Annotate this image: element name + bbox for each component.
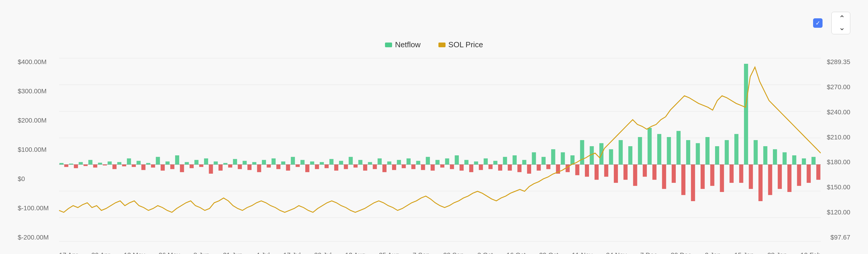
svg-rect-64 <box>330 159 334 164</box>
chevron-icon: ⌃⌄ <box>839 14 845 32</box>
svg-rect-105 <box>527 164 531 174</box>
svg-rect-8 <box>59 163 63 164</box>
svg-rect-36 <box>194 160 198 165</box>
svg-rect-62 <box>320 162 324 164</box>
svg-rect-90 <box>455 155 459 164</box>
legend-item-sol-price: SOL Price <box>438 40 483 49</box>
svg-rect-74 <box>378 158 382 164</box>
svg-rect-79 <box>402 164 406 168</box>
svg-rect-48 <box>252 162 256 164</box>
netflow-checkbox[interactable]: ✓ <box>813 18 826 28</box>
svg-rect-93 <box>469 164 473 172</box>
svg-rect-14 <box>88 160 92 165</box>
svg-rect-139 <box>691 164 695 201</box>
svg-rect-163 <box>807 164 811 183</box>
svg-rect-143 <box>710 164 714 186</box>
svg-rect-59 <box>305 164 309 172</box>
svg-rect-136 <box>676 131 681 164</box>
chart-area: $400.00M $300.00M $200.00M $100.00M $0 $… <box>18 55 850 244</box>
svg-rect-155 <box>768 164 772 195</box>
svg-rect-124 <box>619 140 623 164</box>
y-right-289: $289.35 <box>827 58 850 66</box>
y-right-150: $150.00 <box>827 183 850 191</box>
svg-rect-9 <box>64 164 68 167</box>
svg-rect-130 <box>647 128 652 164</box>
legend: Netflow SOL Price <box>18 40 850 49</box>
svg-rect-104 <box>522 160 526 165</box>
x-label-19: 20 Dec <box>671 251 691 254</box>
svg-rect-80 <box>407 158 411 164</box>
time-selector[interactable]: ⌃⌄ <box>831 12 850 34</box>
x-label-6: 4 Jul <box>256 251 270 254</box>
svg-rect-109 <box>546 164 550 169</box>
svg-rect-116 <box>580 140 584 164</box>
x-label-10: 25 Aug <box>379 251 399 254</box>
svg-rect-164 <box>812 157 816 164</box>
svg-rect-30 <box>165 162 169 164</box>
svg-rect-158 <box>783 152 787 164</box>
svg-rect-66 <box>339 161 343 164</box>
svg-rect-119 <box>595 164 599 180</box>
y-right-270: $270.00 <box>827 83 850 91</box>
legend-color-netflow <box>385 42 392 47</box>
svg-rect-102 <box>513 155 517 164</box>
svg-rect-82 <box>416 161 421 164</box>
svg-rect-91 <box>460 164 464 171</box>
svg-rect-56 <box>291 157 295 164</box>
svg-rect-162 <box>802 158 806 164</box>
svg-rect-129 <box>643 164 647 177</box>
svg-rect-92 <box>464 160 469 165</box>
y-label-400: $400.00M <box>18 58 49 66</box>
svg-rect-17 <box>103 164 107 165</box>
y-label-0: $0 <box>18 175 49 183</box>
controls: ✓ ⌃⌄ <box>813 12 850 34</box>
y-right-97: $97.67 <box>827 234 850 241</box>
svg-rect-133 <box>662 164 666 189</box>
svg-rect-23 <box>132 164 136 167</box>
y-right-180: $180.00 <box>827 158 850 166</box>
x-label-13: 3 Oct <box>477 251 493 254</box>
svg-rect-18 <box>108 162 112 164</box>
svg-rect-52 <box>272 158 276 164</box>
svg-rect-69 <box>353 164 358 167</box>
x-label-18: 7 Dec <box>640 251 657 254</box>
svg-rect-121 <box>604 164 608 177</box>
y-right-240: $240.00 <box>827 108 850 116</box>
svg-rect-131 <box>652 164 657 180</box>
chart-container: ✓ ⌃⌄ Netflow SOL Price $400.00M $300.00M… <box>0 0 868 254</box>
svg-rect-11 <box>74 164 78 168</box>
svg-rect-97 <box>489 164 493 169</box>
svg-rect-16 <box>98 163 102 164</box>
svg-rect-94 <box>474 162 478 164</box>
y-label-neg100: $-100.00M <box>18 204 49 212</box>
svg-rect-135 <box>672 164 676 183</box>
svg-rect-142 <box>705 137 709 164</box>
svg-rect-161 <box>797 164 801 186</box>
svg-rect-44 <box>233 159 237 164</box>
svg-rect-41 <box>218 164 223 171</box>
svg-rect-137 <box>681 164 686 195</box>
svg-rect-103 <box>517 164 521 172</box>
svg-rect-159 <box>787 164 792 192</box>
svg-rect-145 <box>720 164 724 192</box>
svg-rect-35 <box>190 164 194 168</box>
svg-rect-152 <box>754 140 758 164</box>
svg-rect-96 <box>484 158 488 164</box>
svg-rect-47 <box>247 164 252 170</box>
x-label-5: 21 Jun <box>223 251 242 254</box>
svg-rect-132 <box>657 134 661 164</box>
x-label-3: 26 May <box>159 251 180 254</box>
svg-rect-86 <box>435 160 440 165</box>
svg-rect-33 <box>180 164 184 172</box>
svg-rect-147 <box>730 164 734 183</box>
svg-rect-40 <box>214 162 218 164</box>
checkbox-icon: ✓ <box>813 18 823 28</box>
chart-svg <box>59 55 821 244</box>
svg-rect-37 <box>199 164 204 167</box>
legend-label-netflow: Netflow <box>395 40 421 49</box>
svg-rect-46 <box>243 161 247 164</box>
svg-rect-68 <box>349 157 353 164</box>
svg-rect-28 <box>156 157 160 164</box>
svg-rect-42 <box>223 163 227 164</box>
x-label-1: 30 Apr <box>92 251 111 254</box>
